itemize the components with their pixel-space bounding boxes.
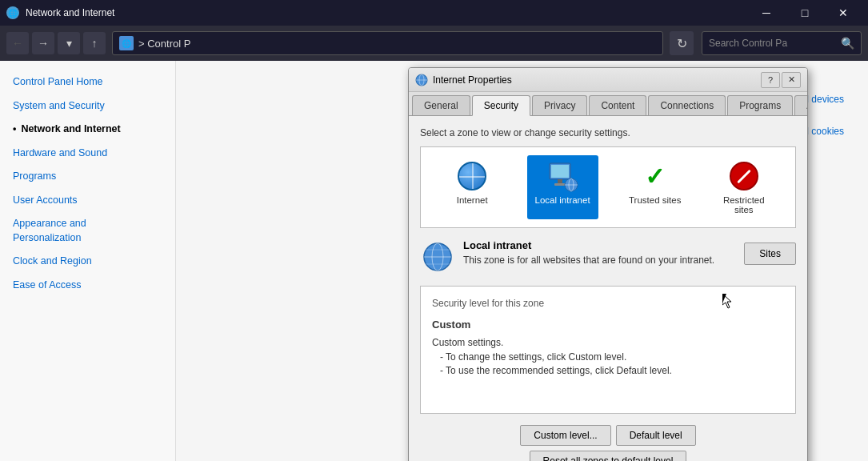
zone-name: Local intranet	[463, 239, 736, 251]
dialog-titlebar: Internet Properties ? ✕	[409, 68, 807, 92]
dialog-footer-row2: Reset all zones to default level	[420, 451, 796, 461]
security-level-box: Security level for this zone Custom Cust…	[420, 286, 796, 414]
zone-label-trusted-sites: Trusted sites	[629, 195, 681, 205]
security-level-content: Custom Custom settings. - To change the …	[432, 319, 784, 376]
custom-level-button[interactable]: Custom level...	[520, 425, 610, 446]
internet-icon	[456, 160, 488, 192]
sidebar-item-control-panel-home[interactable]: Control Panel Home	[0, 70, 175, 94]
dialog-title: Internet Properties	[433, 74, 761, 86]
cp-titlebar: 🌐 Network and Internet ─ □ ✕	[0, 0, 868, 26]
zone-description: This zone is for all websites that are f…	[463, 255, 736, 266]
zone-selector: Internet	[420, 146, 796, 228]
default-level-button[interactable]: Default level	[616, 425, 696, 446]
svg-rect-5	[558, 179, 562, 183]
security-custom-title: Custom	[432, 319, 784, 331]
zone-label-restricted-sites: Restrictedsites	[723, 195, 765, 214]
address-bar-text: > Control P	[138, 38, 190, 50]
dialog-body: Select a zone to view or change security…	[409, 116, 807, 461]
tab-content[interactable]: Content	[589, 95, 646, 115]
trusted-sites-icon	[639, 160, 671, 192]
tab-programs[interactable]: Programs	[727, 95, 793, 115]
desktop: 🌐 Network and Internet ─ □ ✕ ← → ▾ ↑ 🌐 >…	[0, 0, 868, 461]
search-icon: 🔍	[841, 37, 854, 50]
zone-info-text: Local intranet This zone is for all webs…	[463, 239, 736, 266]
sidebar-item-network-and-internet[interactable]: Network and Internet	[0, 118, 175, 142]
security-bullet-1: - To change the settings, click Custom l…	[440, 351, 784, 363]
dialog-help-btn[interactable]: ?	[761, 72, 780, 88]
zone-instruction: Select a zone to view or change security…	[420, 127, 796, 138]
zone-info-globe-icon	[422, 242, 453, 272]
reset-all-zones-button[interactable]: Reset all zones to default level	[530, 451, 687, 461]
sidebar-item-appearance-and-personalization[interactable]: Appearance andPersonalization	[0, 212, 175, 250]
control-panel-window: 🌐 Network and Internet ─ □ ✕ ← → ▾ ↑ 🌐 >…	[0, 0, 868, 461]
internet-properties-dialog: Internet Properties ? ✕ General Security…	[408, 67, 808, 461]
search-box[interactable]: Search Control Pa 🔍	[702, 31, 862, 55]
zone-label-local-intranet: Local intranet	[535, 195, 590, 205]
cp-title: Network and Internet	[26, 7, 748, 18]
sidebar-item-system-and-security[interactable]: System and Security	[0, 94, 175, 118]
computer-globe-icon	[546, 160, 578, 192]
tab-security[interactable]: Security	[472, 95, 530, 116]
tab-privacy[interactable]: Privacy	[532, 95, 587, 115]
restricted-sites-icon	[728, 160, 760, 192]
cp-maximize-btn[interactable]: □	[786, 0, 823, 26]
tab-general[interactable]: General	[412, 95, 470, 115]
nav-dropdown-btn[interactable]: ▾	[58, 32, 80, 54]
nav-up-btn[interactable]: ↑	[83, 32, 106, 54]
sidebar-item-programs[interactable]: Programs	[0, 165, 175, 189]
cp-navbar: ← → ▾ ↑ 🌐 > Control P ↻ Search Control P…	[0, 26, 868, 61]
cp-main: k computers and devices ng history and c…	[176, 61, 868, 461]
zone-label-internet: Internet	[457, 195, 488, 205]
cp-win-controls: ─ □ ✕	[748, 0, 862, 26]
cp-sidebar: Control Panel Home System and Security N…	[0, 61, 176, 461]
address-bar[interactable]: 🌐 > Control P	[112, 31, 663, 55]
cp-app-icon: 🌐	[6, 6, 19, 19]
cp-content: Control Panel Home System and Security N…	[0, 61, 868, 461]
zone-item-trusted-sites[interactable]: Trusted sites	[621, 155, 689, 219]
sidebar-item-ease-of-access[interactable]: Ease of Access	[0, 274, 175, 298]
search-placeholder: Search Control Pa	[709, 38, 787, 49]
svg-rect-4	[551, 165, 569, 178]
sites-button[interactable]: Sites	[744, 243, 796, 265]
zone-item-internet[interactable]: Internet	[440, 155, 504, 219]
dialog-tabs: General Security Privacy Content Connect…	[409, 92, 807, 116]
cp-close-btn[interactable]: ✕	[825, 0, 862, 26]
security-desc: Custom settings.	[432, 337, 784, 348]
cp-minimize-btn[interactable]: ─	[748, 0, 785, 26]
dialog-win-controls: ? ✕	[761, 72, 801, 88]
zone-item-restricted-sites[interactable]: Restrictedsites	[712, 155, 776, 219]
tab-connections[interactable]: Connections	[648, 95, 726, 115]
nav-forward-btn[interactable]: →	[32, 32, 54, 54]
sidebar-item-hardware-and-sound[interactable]: Hardware and Sound	[0, 142, 175, 166]
refresh-btn[interactable]: ↻	[670, 31, 694, 55]
dialog-footer-row1: Custom level... Default level	[420, 425, 796, 446]
nav-back-btn[interactable]: ←	[6, 32, 29, 54]
tab-advanced[interactable]: Advanced	[794, 95, 808, 115]
security-level-title: Security level for this zone	[432, 298, 784, 309]
svg-rect-6	[554, 183, 566, 186]
sidebar-item-user-accounts[interactable]: User Accounts	[0, 189, 175, 213]
address-bar-icon: 🌐	[119, 36, 134, 50]
local-intranet-icon	[546, 160, 578, 192]
sidebar-item-clock-and-region[interactable]: Clock and Region	[0, 250, 175, 274]
zone-info-icon	[420, 239, 455, 275]
security-bullet-2: - To use the recommended settings, click…	[440, 365, 784, 376]
zone-item-local-intranet[interactable]: Local intranet	[527, 155, 598, 219]
dialog-app-icon	[415, 74, 428, 86]
zone-info: Local intranet This zone is for all webs…	[420, 239, 796, 275]
dialog-close-btn[interactable]: ✕	[782, 72, 801, 88]
